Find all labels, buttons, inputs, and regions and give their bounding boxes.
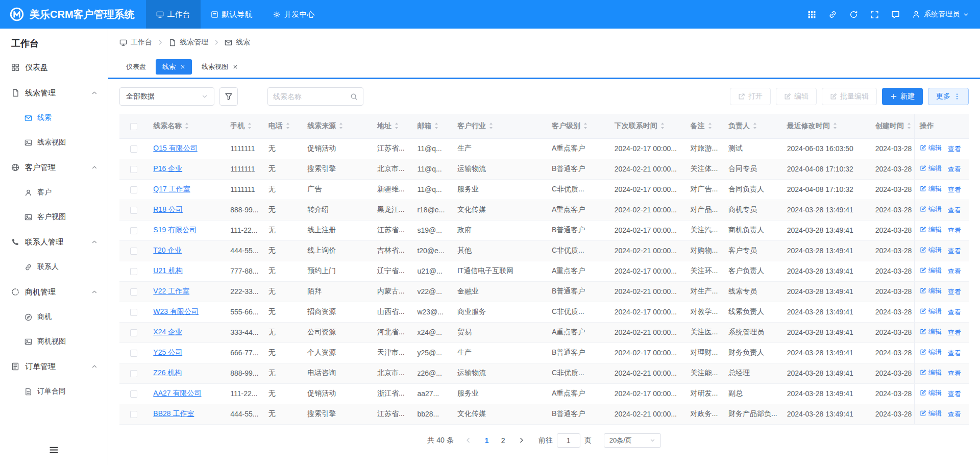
table-row-11[interactable]: Z26 机构888-99...无电话咨询北京市...z26@...运输物流C非优…	[119, 363, 969, 383]
column-header-11[interactable]: 最近修改时间	[782, 114, 870, 138]
row-view-button[interactable]: 查看	[948, 144, 961, 154]
apps-icon[interactable]	[807, 10, 816, 19]
table-row-0[interactable]: O15 有限公司1111111无促销活动江苏省...11@q...生产A重点客户…	[119, 138, 969, 159]
table-row-6[interactable]: U21 机构777-88...无预约上门辽宁省...u21@...IT通信电子互…	[119, 261, 969, 281]
top-nav-item-0[interactable]: 工作台	[146, 0, 201, 29]
user-menu[interactable]: 系统管理员	[912, 10, 969, 19]
row-edit-button[interactable]: 编辑	[920, 205, 942, 214]
lead-name-link[interactable]: Z26 机构	[153, 369, 182, 377]
more-button[interactable]: 更多	[928, 88, 969, 105]
sort-carets-icon[interactable]	[660, 122, 665, 130]
column-header-5[interactable]: 邮箱	[412, 114, 452, 138]
sidebar-subitem-1-1[interactable]: 线索视图	[0, 130, 108, 155]
row-checkbox[interactable]	[130, 390, 137, 398]
select-all-checkbox[interactable]	[130, 123, 137, 130]
close-icon[interactable]	[233, 64, 238, 69]
breadcrumb-item-1[interactable]: 线索管理	[168, 38, 208, 47]
sort-carets-icon[interactable]	[184, 122, 189, 130]
column-header-1[interactable]: 手机	[225, 114, 263, 138]
table-row-9[interactable]: X24 企业333-44...无公司资源河北省...x24@...贸易A重点客户…	[119, 322, 969, 342]
top-nav-item-1[interactable]: 默认导航	[201, 0, 263, 29]
sidebar-subitem-5-0[interactable]: 订单合同	[0, 379, 108, 404]
sort-carets-icon[interactable]	[832, 122, 838, 130]
row-view-button[interactable]: 查看	[948, 287, 961, 297]
breadcrumb-item-2[interactable]: 线索	[225, 38, 250, 47]
row-view-button[interactable]: 查看	[948, 247, 961, 256]
sort-carets-icon[interactable]	[752, 122, 757, 130]
lead-name-link[interactable]: W23 有限公司	[153, 307, 199, 315]
lead-name-link[interactable]: O15 有限公司	[153, 144, 197, 152]
prev-page-icon[interactable]	[462, 433, 475, 448]
lead-name-link[interactable]: S19 有限公司	[153, 226, 197, 234]
sort-carets-icon[interactable]	[488, 122, 494, 130]
row-checkbox[interactable]	[130, 145, 137, 153]
row-edit-button[interactable]: 编辑	[920, 409, 942, 418]
row-view-button[interactable]: 查看	[948, 369, 961, 378]
row-view-button[interactable]: 查看	[948, 185, 961, 194]
lead-name-link[interactable]: Q17 工作室	[153, 185, 190, 193]
lead-name-link[interactable]: U21 机构	[153, 266, 183, 275]
close-icon[interactable]	[180, 64, 185, 69]
breadcrumb-item-0[interactable]: 工作台	[119, 38, 152, 47]
row-checkbox[interactable]	[130, 268, 137, 275]
column-header-4[interactable]: 地址	[372, 114, 412, 138]
table-row-2[interactable]: Q17 工作室1111111无广告新疆维...11@q...服务业C非优质...…	[119, 179, 969, 200]
goto-page-input[interactable]	[557, 433, 580, 448]
message-icon[interactable]	[891, 10, 900, 19]
lead-name-link[interactable]: Y25 公司	[153, 348, 182, 356]
row-checkbox[interactable]	[130, 329, 137, 336]
sidebar-item-4[interactable]: 商机管理	[0, 279, 108, 305]
sort-carets-icon[interactable]	[394, 122, 399, 130]
sidebar-item-2[interactable]: 客户管理	[0, 155, 108, 180]
sidebar-subitem-4-1[interactable]: 商机视图	[0, 329, 108, 354]
row-edit-button[interactable]: 编辑	[920, 286, 942, 296]
sort-carets-icon[interactable]	[583, 122, 588, 130]
open-button[interactable]: 打开	[730, 88, 771, 105]
sort-carets-icon[interactable]	[906, 122, 912, 130]
column-header-8[interactable]: 下次联系时间	[609, 114, 685, 138]
sidebar-subitem-4-0[interactable]: 商机	[0, 305, 108, 329]
column-header-9[interactable]: 备注	[685, 114, 723, 138]
create-button[interactable]: 新建	[882, 88, 923, 105]
lead-name-link[interactable]: R18 公司	[153, 205, 183, 213]
row-edit-button[interactable]: 编辑	[920, 164, 942, 173]
table-row-10[interactable]: Y25 公司666-77...无个人资源天津市...y25@...生产B普通客户…	[119, 342, 969, 363]
column-header-6[interactable]: 客户行业	[452, 114, 547, 138]
table-row-3[interactable]: R18 公司888-99...无转介绍黑龙江...r18@e...文化传媒A重点…	[119, 200, 969, 220]
column-header-7[interactable]: 客户级别	[547, 114, 609, 138]
lead-name-link[interactable]: T20 企业	[153, 246, 182, 254]
sidebar-subitem-2-0[interactable]: 客户	[0, 180, 108, 205]
column-header-0[interactable]: 线索名称	[148, 114, 225, 138]
tab-1[interactable]: 线索	[156, 59, 192, 75]
search-input[interactable]	[273, 92, 350, 101]
row-view-button[interactable]: 查看	[948, 308, 961, 317]
lead-name-link[interactable]: AA27 有限公司	[153, 389, 201, 397]
column-header-2[interactable]: 电话	[263, 114, 302, 138]
sort-carets-icon[interactable]	[247, 122, 252, 130]
table-row-1[interactable]: P16 企业1111111无搜索引擎北京市...11@q...运输物流B普通客户…	[119, 159, 969, 179]
sort-carets-icon[interactable]	[434, 122, 439, 130]
page-number-1[interactable]: 1	[480, 433, 494, 448]
column-header-12[interactable]: 创建时间	[870, 114, 915, 138]
row-view-button[interactable]: 查看	[948, 206, 961, 215]
row-view-button[interactable]: 查看	[948, 389, 961, 399]
column-header-3[interactable]: 线索来源	[302, 114, 372, 138]
sidebar-item-1[interactable]: 线索管理	[0, 80, 108, 106]
row-checkbox[interactable]	[130, 309, 137, 316]
table-row-13[interactable]: BB28 工作室444-55...无搜索引擎江苏省...bb28...文化传媒B…	[119, 404, 969, 424]
row-view-button[interactable]: 查看	[948, 410, 961, 419]
row-checkbox[interactable]	[130, 370, 137, 377]
row-checkbox[interactable]	[130, 350, 137, 357]
table-row-7[interactable]: V22 工作室222-33...无陌拜内蒙古...v22@...金融业B普通客户…	[119, 281, 969, 302]
table-row-8[interactable]: W23 有限公司555-66...无招商资源山西省...w23@...商业服务C…	[119, 302, 969, 322]
tab-2[interactable]: 线索视图	[195, 59, 244, 75]
page-number-2[interactable]: 2	[497, 433, 510, 448]
sidebar-subitem-1-0[interactable]: 线索	[0, 106, 108, 130]
refresh-icon[interactable]	[849, 10, 858, 19]
column-header-10[interactable]: 负责人	[723, 114, 782, 138]
table-row-4[interactable]: S19 有限公司111-22...无线上注册江苏省...s19@...政府B普通…	[119, 220, 969, 240]
row-edit-button[interactable]: 编辑	[920, 143, 942, 153]
next-page-icon[interactable]	[515, 433, 528, 448]
row-checkbox[interactable]	[130, 248, 137, 255]
row-checkbox[interactable]	[130, 227, 137, 234]
